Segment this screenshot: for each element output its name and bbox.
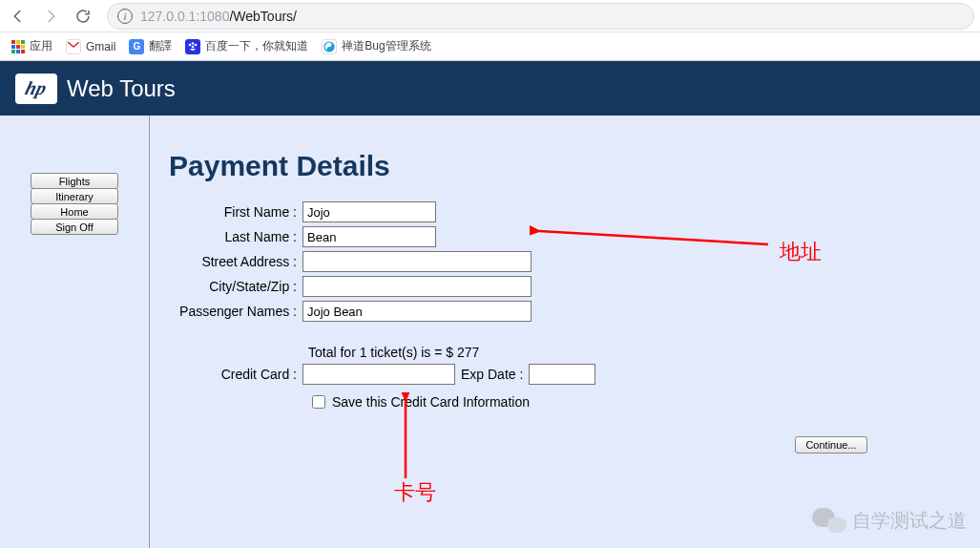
bookmark-label: 禅道Bug管理系统 (342, 38, 430, 54)
translate-icon: G (129, 39, 144, 54)
apps-icon (11, 40, 25, 53)
bookmarks-bar: 应用 Gmail G 翻譯 百度一下，你就知道 禅道Bug管理系统 (0, 32, 980, 61)
continue-button[interactable]: Continue... (795, 436, 867, 453)
baidu-icon (185, 39, 200, 54)
svg-point-2 (195, 43, 198, 46)
annotation-text-card: 卡号 (394, 478, 436, 507)
bookmark-gmail[interactable]: Gmail (66, 39, 115, 54)
row-city: City/State/Zip : (169, 276, 980, 297)
bookmark-zentao[interactable]: 禅道Bug管理系统 (322, 38, 430, 54)
nav-signoff[interactable]: Sign Off (31, 219, 118, 235)
svg-point-3 (192, 45, 195, 48)
gmail-icon (66, 39, 81, 54)
sidebar: Flights Itinerary Home Sign Off (0, 116, 150, 548)
reload-button[interactable] (71, 4, 95, 29)
bookmark-label: Gmail (86, 40, 115, 53)
back-button[interactable] (6, 4, 31, 29)
label-credit-card: Credit Card : (169, 367, 302, 382)
label-save-cc: Save this Credit Card Information (332, 394, 530, 410)
bookmark-translate[interactable]: G 翻譯 (129, 38, 172, 54)
row-last-name: Last Name : (169, 226, 980, 247)
nav-itinerary[interactable]: Itinerary (31, 188, 118, 204)
input-passenger[interactable] (302, 301, 532, 322)
input-credit-card[interactable] (302, 364, 455, 385)
input-last-name[interactable] (302, 226, 436, 247)
label-passenger: Passenger Names : (169, 304, 302, 319)
site-info-icon[interactable]: i (117, 9, 133, 24)
input-city[interactable] (302, 276, 532, 297)
watermark: 自学测试之道 (812, 506, 967, 535)
input-street[interactable] (302, 251, 532, 272)
row-first-name: First Name : (169, 201, 980, 222)
svg-point-1 (192, 42, 195, 45)
bookmark-label: 百度一下，你就知道 (205, 38, 308, 54)
bookmark-label: 翻譯 (149, 38, 172, 54)
nav-home[interactable]: Home (31, 203, 118, 220)
main-area: Flights Itinerary Home Sign Off Payment … (0, 116, 980, 548)
wechat-icon (812, 506, 846, 535)
svg-point-0 (189, 43, 192, 46)
row-street: Street Address : (169, 251, 980, 272)
nav-flights[interactable]: Flights (31, 173, 118, 189)
forward-button[interactable] (38, 4, 63, 29)
site-banner: hp Web Tours (0, 61, 980, 116)
input-exp-date[interactable] (529, 364, 595, 385)
zentao-icon (322, 39, 337, 54)
bookmark-baidu[interactable]: 百度一下，你就知道 (185, 38, 308, 54)
label-city: City/State/Zip : (169, 279, 302, 294)
content: Payment Details First Name : Last Name :… (150, 116, 980, 548)
page-title: Payment Details (169, 150, 980, 182)
input-first-name[interactable] (302, 201, 436, 222)
row-credit-card: Credit Card : Exp Date : (169, 364, 980, 385)
checkbox-save-cc[interactable] (312, 395, 325, 409)
row-passenger: Passenger Names : (169, 301, 980, 322)
browser-toolbar: i 127.0.0.1:1080/WebTours/ (0, 0, 980, 32)
label-exp-date: Exp Date : (461, 367, 523, 382)
hp-logo: hp (15, 74, 57, 104)
label-street: Street Address : (169, 254, 302, 269)
apps-shortcut[interactable]: 应用 (11, 38, 52, 54)
label-last-name: Last Name : (169, 229, 302, 244)
watermark-text: 自学测试之道 (852, 508, 967, 534)
apps-label: 应用 (30, 38, 52, 54)
address-bar[interactable]: i 127.0.0.1:1080/WebTours/ (107, 3, 974, 30)
total-line: Total for 1 ticket(s) is = $ 277 (308, 345, 980, 360)
label-first-name: First Name : (169, 204, 302, 220)
url-text: 127.0.0.1:1080/WebTours/ (140, 9, 297, 24)
site-title: Web Tours (67, 75, 176, 102)
row-save-cc: Save this Credit Card Information (308, 392, 980, 411)
